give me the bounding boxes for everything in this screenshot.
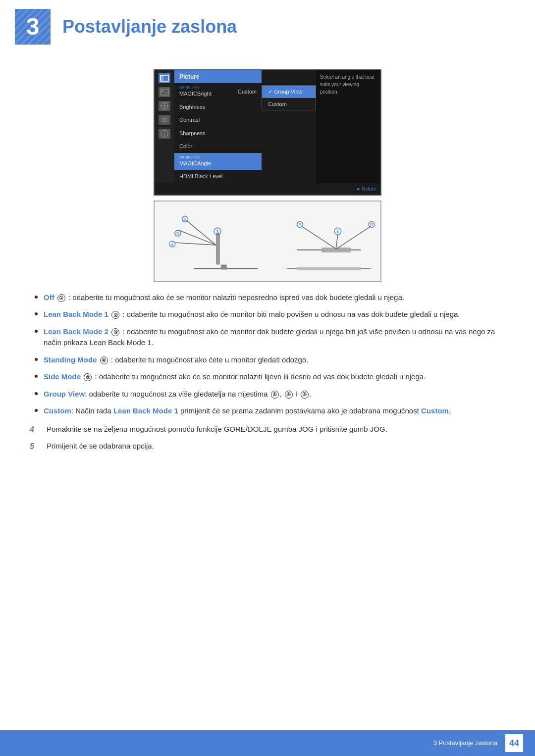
item-label: Custom xyxy=(44,406,71,415)
item-label: Group View xyxy=(44,390,85,398)
svg-text:2: 2 xyxy=(184,217,186,222)
page-title: Postavljanje zaslona xyxy=(62,13,237,40)
svg-line-28 xyxy=(336,235,338,248)
bullet-dot xyxy=(35,330,38,333)
svg-line-21 xyxy=(174,242,216,245)
list-item: Custom: Način rada Lean Back Mode 1 prim… xyxy=(30,405,505,417)
monitor-icon-picture xyxy=(159,73,170,83)
monitor-sidebar: i xyxy=(155,70,174,183)
circle-num: ① xyxy=(57,294,65,302)
monitor-menu-item-color: Color xyxy=(174,140,262,153)
bullet-dot xyxy=(35,392,38,395)
svg-line-15 xyxy=(187,220,216,245)
svg-rect-1 xyxy=(160,75,163,81)
svg-text:4: 4 xyxy=(171,242,173,247)
step-item: 5 Primijenit će se odabrana opcija. xyxy=(30,441,505,453)
step-text: Primijenit će se odabrana opcija. xyxy=(47,441,154,452)
monitor-ui-screenshot: i Picture SAMSUNGMAGICBright Custom Brig… xyxy=(154,69,381,196)
monitor-ui-container: i Picture SAMSUNGMAGICBright Custom Brig… xyxy=(30,69,505,196)
svg-text:3: 3 xyxy=(176,231,179,236)
bullet-text: Group View: odaberite tu mogućnost za vi… xyxy=(44,389,312,400)
bullet-dot xyxy=(35,409,38,412)
numbered-steps: 4 Pomaknite se na željenu mogućnost pomo… xyxy=(30,424,505,453)
item-label: Lean Back Mode 2 xyxy=(44,327,108,336)
svg-rect-25 xyxy=(321,247,351,252)
monitor-menu-item-brightness: Brightness xyxy=(174,101,262,114)
item-label: Off xyxy=(44,293,54,302)
list-item: Side Mode ⑤ : odaberite tu mogućnost ako… xyxy=(30,371,505,383)
monitor-icon-info: i xyxy=(159,129,170,139)
monitor-menu-header: Picture xyxy=(174,70,262,83)
footer-page-number: 44 xyxy=(505,734,523,752)
svg-rect-36 xyxy=(297,267,361,270)
page-header: 3 Postavljanje zaslona xyxy=(0,0,535,50)
list-item: Standing Mode ④ : odaberite tu mogućnost… xyxy=(30,354,505,366)
inline-lean-back: Lean Back Mode 1 xyxy=(113,406,178,415)
circle-num: ① xyxy=(271,391,279,399)
monitor-menu-item-magicangle: SAMSUNGMAGICAngle xyxy=(174,153,262,170)
step-item: 4 Pomaknite se na željenu mogućnost pomo… xyxy=(30,424,505,436)
angle-diagram-svg: 1 2 3 4 1 xyxy=(160,205,375,277)
submenu-group-view: ✓ Group View xyxy=(262,86,316,98)
item-label: Side Mode xyxy=(44,372,81,381)
page-footer: 3 Postavljanje zaslona 44 xyxy=(0,730,535,756)
list-item: Lean Back Mode 1 ② : odaberite tu mogućn… xyxy=(30,309,505,320)
chapter-number-box: 3 xyxy=(15,9,51,45)
bullet-text: Custom: Način rada Lean Back Mode 1 prim… xyxy=(44,405,451,417)
chapter-number: 3 xyxy=(26,9,40,45)
monitor-icon-gear xyxy=(159,115,170,125)
circle-num: ④ xyxy=(100,356,108,364)
monitor-right-info: Select an angle that best suits your vie… xyxy=(316,70,380,183)
bullet-text: Lean Back Mode 1 ② : odaberite tu mogućn… xyxy=(44,309,460,320)
item-label: Standing Mode xyxy=(44,355,97,364)
bullet-dot xyxy=(35,358,38,361)
bullet-text: Standing Mode ④ : odaberite tu mogućnost… xyxy=(44,354,308,366)
main-content: i Picture SAMSUNGMAGICBright Custom Brig… xyxy=(0,50,535,469)
svg-rect-12 xyxy=(216,233,220,264)
list-item: Group View: odaberite tu mogućnost za vi… xyxy=(30,389,505,400)
monitor-icon-image xyxy=(159,87,170,97)
svg-point-7 xyxy=(163,118,166,121)
monitor-menu-item-sharpness: Sharpness xyxy=(174,127,262,140)
monitor-return-label: ◄ Return xyxy=(155,183,380,195)
monitor-submenu: ✓ Group View Custom xyxy=(262,85,316,110)
bullet-dot xyxy=(35,296,38,299)
item-label: Lean Back Mode 1 xyxy=(44,310,108,318)
angle-diagram-container: 1 2 3 4 1 xyxy=(30,201,505,282)
svg-text:i: i xyxy=(164,131,165,137)
bullet-text: Lean Back Mode 2 ③ : odaberite tu mogućn… xyxy=(44,326,505,349)
step-number: 5 xyxy=(30,441,39,453)
svg-line-29 xyxy=(302,226,336,249)
circle-num: ③ xyxy=(111,328,119,336)
monitor-menu-item-hdmi: HDMI Black Level xyxy=(174,170,262,183)
svg-text:5: 5 xyxy=(371,222,373,227)
bullet-text: Off ① : odaberite tu mogućnost ako će se… xyxy=(44,292,404,303)
submenu-custom: Custom xyxy=(262,98,316,110)
inline-custom: Custom xyxy=(421,406,449,415)
circle-num: ⑤ xyxy=(84,373,92,381)
monitor-menu: Picture SAMSUNGMAGICBright Custom Bright… xyxy=(174,70,262,183)
circle-num: ② xyxy=(111,311,119,319)
svg-rect-11 xyxy=(221,264,227,269)
svg-text:5: 5 xyxy=(299,222,301,227)
svg-line-32 xyxy=(336,226,371,249)
svg-text:1: 1 xyxy=(336,229,339,234)
step-number: 4 xyxy=(30,424,39,436)
monitor-menu-item-contrast: Contrast xyxy=(174,113,262,127)
circle-num: ④ xyxy=(285,391,293,399)
circle-num: ⑤ xyxy=(301,391,309,399)
footer-text: 3 Postavljanje zaslona xyxy=(433,738,497,748)
list-item: Lean Back Mode 2 ③ : odaberite tu mogućn… xyxy=(30,326,505,349)
angle-diagram: 1 2 3 4 1 xyxy=(154,201,381,282)
svg-text:1: 1 xyxy=(216,229,218,234)
monitor-icon-crosshair xyxy=(159,101,170,111)
list-item: Off ① : odaberite tu mogućnost ako će se… xyxy=(30,292,505,303)
bullet-dot xyxy=(35,312,38,315)
monitor-menu-item-magicbright: SAMSUNGMAGICBright Custom xyxy=(174,83,262,101)
bullet-dot xyxy=(35,375,38,378)
step-text: Pomaknite se na željenu mogućnost pomoću… xyxy=(47,424,387,435)
bullet-text: Side Mode ⑤ : odaberite tu mogućnost ako… xyxy=(44,371,426,383)
bullet-list: Off ① : odaberite tu mogućnost ako će se… xyxy=(30,292,505,417)
